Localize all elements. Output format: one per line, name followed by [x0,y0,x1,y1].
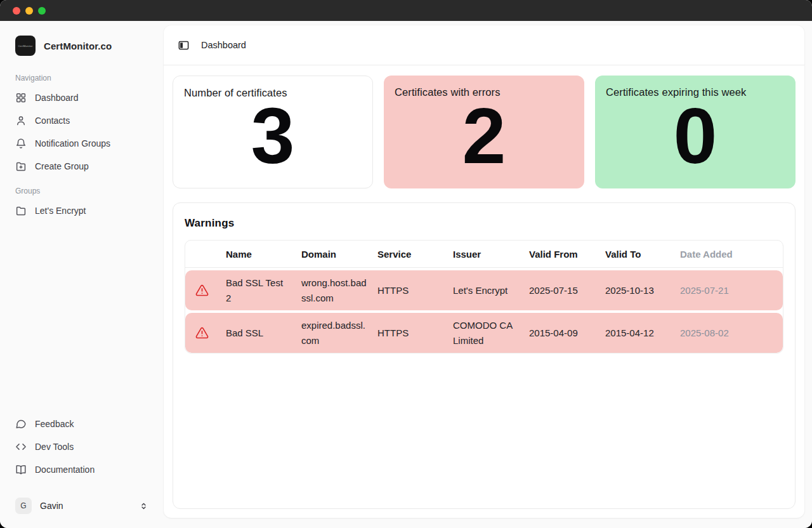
cell-valid-to: 2025-10-13 [605,283,680,298]
table-header-row: Name Domain Service Issuer Valid From Va… [185,241,783,268]
warnings-table: Name Domain Service Issuer Valid From Va… [185,240,783,353]
sidebar-toggle-button[interactable] [175,37,192,53]
sidebar-item-notification-groups[interactable]: Notification Groups [15,132,148,155]
column-header-issuer: Issuer [453,249,529,260]
app-logo: CertMonitor [15,36,36,56]
brand-name: CertMonitor.co [44,41,112,51]
cell-valid-from: 2015-04-09 [529,326,605,340]
table-row[interactable]: Bad SSL Test 2 wrong.host.badssl.com HTT… [185,270,783,310]
page-header: Dashboard [164,25,804,65]
stat-value: 3 [251,101,295,172]
sidebar-item-label: Dashboard [35,93,79,103]
stat-card-certificates-with-errors: Certificates with errors 2 [384,76,584,188]
cell-date-added: 2025-08-02 [680,326,783,340]
main-area: Dashboard Number of certificates 3 Certi… [164,21,812,528]
sidebar-item-label: Feedback [35,419,74,429]
sidebar-item-lets-encrypt[interactable]: Let's Encrypt [15,199,148,222]
cell-domain: wrong.host.badssl.com [301,275,377,305]
avatar: G [15,498,32,514]
panel-left-icon [178,39,190,51]
sidebar-item-label: Contacts [35,116,70,126]
person-icon [15,115,27,126]
chevron-up-down-icon [139,501,148,511]
groups-section-label: Groups [15,187,148,195]
stat-value: 2 [462,101,506,172]
cell-domain: expired.badssl.com [301,318,377,348]
sidebar-item-label: Let's Encrypt [35,206,86,216]
grid-icon [15,92,27,103]
cell-name: Bad SSL Test 2 [226,275,301,305]
column-header-valid-from: Valid From [529,249,605,260]
panel-body: Number of certificates 3 Certificates wi… [164,65,804,518]
sidebar-item-label: Dev Tools [35,442,74,452]
sidebar-item-documentation[interactable]: Documentation [15,458,148,481]
code-icon [15,441,27,452]
warnings-title: Warnings [185,217,783,230]
folder-plus-icon [15,161,27,172]
stats-grid: Number of certificates 3 Certificates wi… [173,76,796,188]
sidebar-item-label: Create Group [35,161,89,171]
column-header-name: Name [226,249,301,260]
cell-issuer: Let's Encrypt [453,283,529,298]
stat-card-certificates-expiring: Certificates expiring this week 0 [595,76,796,188]
nav-section-label: Navigation [15,74,148,82]
page-title: Dashboard [201,40,246,50]
cell-service: HTTPS [377,326,453,340]
user-menu[interactable]: G Gavin [15,492,148,519]
table-row[interactable]: Bad SSL expired.badssl.com HTTPS COMODO … [185,313,783,353]
window-titlebar [0,0,812,21]
cell-date-added: 2025-07-21 [680,283,783,298]
zoom-window-button[interactable] [38,7,46,15]
bell-icon [15,138,27,149]
sidebar-item-label: Documentation [35,465,95,475]
stat-card-total-certificates: Number of certificates 3 [173,76,373,188]
folder-icon [15,205,27,216]
cell-valid-from: 2025-07-15 [529,283,605,298]
user-name: Gavin [40,501,131,511]
chat-icon [15,418,27,430]
sidebar-item-dev-tools[interactable]: Dev Tools [15,435,148,458]
minimize-window-button[interactable] [25,7,33,15]
warning-triangle-icon [185,284,226,297]
sidebar-item-create-group[interactable]: Create Group [15,155,148,178]
sidebar-item-contacts[interactable]: Contacts [15,109,148,132]
warning-triangle-icon [185,326,226,340]
sidebar-spacer [15,222,148,412]
column-header-service: Service [377,249,453,260]
column-header-date-added: Date Added [680,249,783,260]
cell-valid-to: 2015-04-12 [605,326,680,340]
sidebar-item-feedback[interactable]: Feedback [15,412,148,435]
warnings-section: Warnings Name Domain Service Issuer Vali… [173,202,796,509]
column-header-domain: Domain [301,249,377,260]
book-icon [15,464,27,475]
cell-name: Bad SSL [226,326,301,340]
cell-service: HTTPS [377,283,453,298]
brand: CertMonitor CertMonitor.co [15,36,148,56]
sidebar-item-label: Notification Groups [35,138,110,148]
column-header-valid-to: Valid To [605,249,680,260]
app-window: CertMonitor CertMonitor.co Navigation Da… [0,0,812,528]
stat-value: 0 [674,101,717,172]
close-window-button[interactable] [13,7,20,15]
content-panel: Dashboard Number of certificates 3 Certi… [164,25,804,518]
sidebar: CertMonitor CertMonitor.co Navigation Da… [0,21,164,528]
app-shell: CertMonitor CertMonitor.co Navigation Da… [0,21,812,528]
cell-issuer: COMODO CA Limited [453,318,529,348]
sidebar-item-dashboard[interactable]: Dashboard [15,86,148,109]
